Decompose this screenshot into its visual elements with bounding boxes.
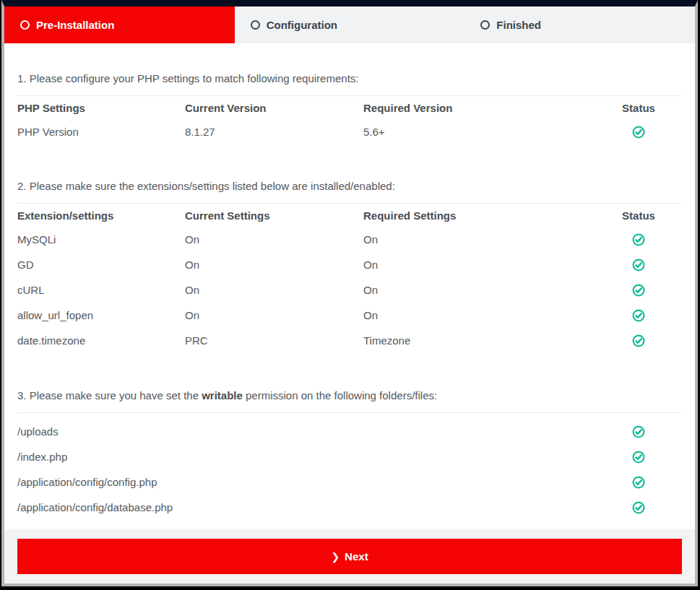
cell-name: cURL: [17, 277, 185, 303]
extensions-heading: 2. Please make sure the extensions/setti…: [17, 180, 682, 192]
circle-check-icon: [632, 425, 645, 438]
tab-pre-installation[interactable]: Pre-Installation: [4, 6, 235, 43]
tab-label: Pre-Installation: [36, 19, 114, 31]
cell-current: 8.1.27: [185, 119, 363, 144]
column-header: Extension/settings: [17, 204, 185, 227]
circle-check-icon: [632, 126, 645, 139]
wizard-step-tabs: Pre-Installation Configuration Finished: [4, 6, 695, 43]
column-header: PHP Settings: [17, 96, 185, 119]
writable-heading: 3. Please make sure you have set the wri…: [17, 389, 682, 402]
circle-check-icon: [632, 233, 645, 246]
cell-name: PHP Version: [17, 119, 185, 144]
tab-finished[interactable]: Finished: [464, 6, 695, 43]
php-requirements-table: PHP Settings Current Version Required Ve…: [17, 96, 682, 144]
circle-check-icon: [632, 309, 645, 322]
cell-current: On: [185, 227, 363, 252]
circle-check-icon: [632, 476, 645, 489]
tab-configuration[interactable]: Configuration: [235, 6, 465, 43]
writable-heading-bold: writable: [202, 389, 243, 402]
cell-required: On: [363, 303, 595, 328]
file-path: /index.php: [17, 444, 595, 469]
circle-icon: [20, 20, 30, 30]
extensions-table: Extension/settings Current Settings Requ…: [17, 204, 682, 353]
writable-files-list: /uploads/index.php/application/config/co…: [17, 419, 682, 520]
status-cell: [595, 419, 682, 444]
cell-name: GD: [17, 252, 185, 277]
status-cell: [595, 119, 682, 144]
circle-check-icon: [632, 284, 645, 297]
writable-heading-prefix: 3. Please make sure you have set the: [17, 389, 202, 402]
cell-name: MySQLi: [17, 227, 185, 252]
status-cell: [595, 328, 682, 353]
circle-icon: [251, 20, 260, 30]
file-path: /uploads: [17, 419, 595, 444]
window-frame: Pre-Installation Configuration Finished …: [0, 0, 700, 590]
footer-bar: ❯ Next: [4, 529, 695, 584]
status-cell: [595, 303, 682, 328]
cell-required: Timezone: [363, 328, 595, 353]
circle-check-icon: [632, 259, 645, 272]
circle-check-icon: [632, 451, 645, 464]
php-requirements-heading: 1. Please configure your PHP settings to…: [17, 72, 682, 84]
circle-check-icon: [632, 334, 645, 347]
tab-label: Configuration: [267, 19, 337, 31]
column-header: Status: [595, 204, 682, 227]
cell-current: On: [185, 303, 363, 328]
next-button[interactable]: ❯ Next: [17, 539, 682, 574]
cell-name: date.timezone: [17, 328, 185, 353]
cell-current: On: [185, 252, 363, 277]
writable-heading-suffix: permission on the following folders/file…: [243, 389, 437, 402]
main-content: 1. Please configure your PHP settings to…: [4, 43, 695, 529]
status-cell: [595, 277, 682, 303]
column-header: Required Version: [363, 96, 595, 119]
column-header: Current Version: [185, 96, 363, 119]
column-header: Status: [595, 96, 682, 119]
column-header: Required Settings: [363, 204, 595, 227]
cell-current: PRC: [185, 328, 363, 353]
cell-required: On: [363, 277, 595, 303]
file-path: /application/config/database.php: [17, 495, 595, 520]
column-header: Current Settings: [185, 204, 363, 227]
status-cell: [595, 469, 682, 495]
circle-check-icon: [632, 501, 645, 514]
divider: [17, 412, 682, 413]
status-cell: [595, 444, 682, 469]
circle-icon: [480, 20, 490, 30]
status-cell: [595, 252, 682, 277]
installer-window: Pre-Installation Configuration Finished …: [1, 0, 698, 586]
cell-required: On: [363, 252, 595, 277]
cell-required: 5.6+: [363, 119, 595, 144]
cell-current: On: [185, 277, 363, 303]
status-cell: [595, 227, 682, 252]
status-cell: [595, 495, 682, 520]
tab-label: Finished: [496, 19, 541, 31]
cell-required: On: [363, 227, 595, 252]
cell-name: allow_url_fopen: [17, 303, 185, 328]
chevron-right-icon: ❯: [331, 551, 340, 563]
next-button-label: Next: [345, 550, 368, 563]
file-path: /application/config/config.php: [17, 469, 595, 495]
